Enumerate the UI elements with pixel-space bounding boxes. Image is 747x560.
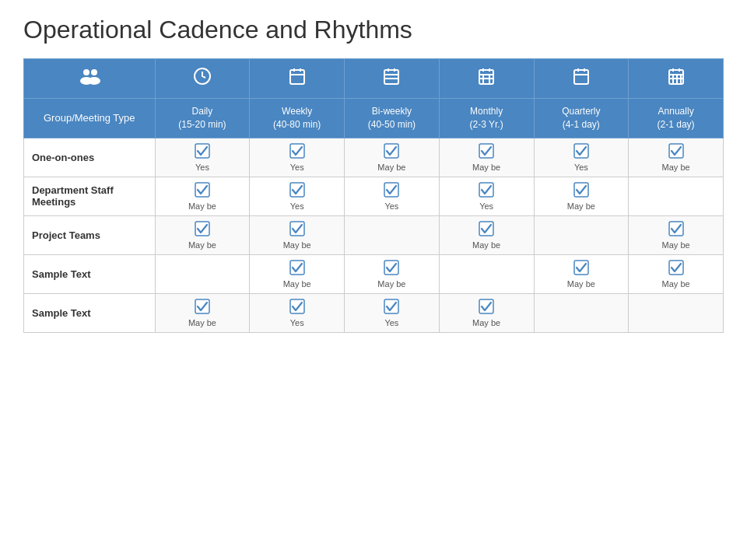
- checkbox-icon-0-annually: [668, 143, 684, 161]
- table-row: One-on-ones Yes Yes May be May be Yes Ma…: [24, 138, 724, 177]
- cell-label-0-weekly: Yes: [290, 163, 304, 172]
- icon-header-group: [24, 59, 156, 99]
- cell-3-monthly: [439, 254, 534, 293]
- cell-4-group: Sample Text: [24, 293, 156, 332]
- svg-point-3: [88, 77, 100, 85]
- cell-label-4-biweekly: Yes: [384, 318, 398, 327]
- svg-rect-21: [574, 70, 588, 84]
- cell-2-annually: May be: [629, 215, 724, 254]
- checkbox-icon-2-weekly: [289, 221, 305, 239]
- cell-4-biweekly: Yes: [345, 293, 440, 332]
- checkbox-icon-4-monthly: [479, 299, 494, 317]
- table-row: Project Teams May be May be May be May b…: [24, 215, 724, 254]
- label-header-annually: Annually(2-1 day): [629, 99, 724, 138]
- table-row: Sample Text May be Yes Yes May be: [24, 293, 724, 332]
- cell-2-daily: May be: [155, 215, 250, 254]
- checkbox-icon-1-daily: [195, 182, 210, 200]
- cell-1-monthly: Yes: [439, 177, 534, 215]
- cell-3-group: Sample Text: [24, 254, 156, 293]
- cell-2-quarterly: [534, 215, 629, 254]
- cell-3-weekly: May be: [250, 254, 345, 293]
- icon-header-quarterly: [534, 59, 629, 99]
- icon-header-annually: [629, 59, 724, 99]
- cell-label-0-daily: Yes: [195, 163, 209, 172]
- table-row: Sample Text May be May be May be May be: [24, 254, 724, 293]
- label-header-row: Group/Meeting TypeDaily(15-20 min)Weekly…: [24, 99, 724, 138]
- cell-label-1-biweekly: Yes: [384, 201, 398, 211]
- page-title: Operational Cadence and Rhythms: [23, 16, 724, 44]
- cell-label-2-weekly: May be: [283, 240, 311, 250]
- cell-3-daily: [155, 254, 250, 293]
- checkbox-icon-3-weekly: [289, 260, 305, 278]
- checkbox-icon-3-annually: [668, 260, 684, 278]
- cell-1-biweekly: Yes: [345, 177, 440, 215]
- label-header-monthly: Monthly(2-3 Yr.): [439, 99, 534, 138]
- cell-label-4-monthly: May be: [472, 318, 500, 327]
- cell-label-1-weekly: Yes: [290, 201, 304, 211]
- cell-1-group: Department Staff Meetings: [24, 177, 156, 215]
- cell-2-weekly: May be: [250, 215, 345, 254]
- icon-header-daily: [155, 59, 250, 99]
- checkbox-icon-0-weekly: [289, 143, 305, 161]
- cell-label-3-annually: May be: [662, 279, 690, 289]
- cell-label-1-daily: May be: [188, 201, 216, 211]
- checkbox-icon-3-quarterly: [573, 260, 589, 278]
- cell-label-0-annually: May be: [662, 163, 690, 172]
- cell-label-2-monthly: May be: [472, 240, 500, 250]
- cell-label-0-biweekly: May be: [377, 163, 405, 172]
- checkbox-icon-1-biweekly: [384, 182, 399, 200]
- cell-2-monthly: May be: [439, 215, 534, 254]
- cell-2-group: Project Teams: [24, 215, 156, 254]
- cell-label-3-biweekly: May be: [377, 279, 405, 289]
- icon-header-biweekly: [345, 59, 440, 99]
- cell-3-annually: May be: [629, 254, 724, 293]
- icon-header-weekly: [250, 59, 345, 99]
- cell-label-4-daily: May be: [188, 318, 216, 327]
- cell-4-monthly: May be: [439, 293, 534, 332]
- cell-4-quarterly: [534, 293, 629, 332]
- checkbox-icon-1-monthly: [479, 182, 494, 200]
- checkbox-icon-1-quarterly: [573, 182, 589, 200]
- checkbox-icon-4-daily: [195, 299, 210, 317]
- checkbox-icon-0-monthly: [479, 143, 494, 161]
- checkbox-icon-2-annually: [668, 221, 684, 239]
- cell-label-3-weekly: May be: [283, 279, 311, 289]
- cell-4-weekly: Yes: [250, 293, 345, 332]
- icon-header-row: [24, 59, 724, 99]
- label-header-quarterly: Quarterly(4-1 day): [534, 99, 629, 138]
- checkbox-icon-2-monthly: [479, 221, 494, 239]
- cell-label-0-monthly: May be: [472, 163, 500, 172]
- checkbox-icon-4-weekly: [289, 299, 305, 317]
- cadence-table: Group/Meeting TypeDaily(15-20 min)Weekly…: [23, 58, 724, 333]
- cell-0-annually: May be: [629, 138, 724, 177]
- cell-0-biweekly: May be: [345, 138, 440, 177]
- cell-1-quarterly: May be: [534, 177, 629, 215]
- cell-label-2-daily: May be: [188, 240, 216, 250]
- label-header-daily: Daily(15-20 min): [155, 99, 250, 138]
- checkbox-icon-2-daily: [195, 221, 210, 239]
- cell-0-monthly: May be: [439, 138, 534, 177]
- cell-label-1-quarterly: May be: [567, 201, 595, 211]
- cell-label-0-quarterly: Yes: [574, 163, 588, 172]
- cell-1-annually: [629, 177, 724, 215]
- label-header-weekly: Weekly(40-80 min): [250, 99, 345, 138]
- cell-label-3-quarterly: May be: [567, 279, 595, 289]
- cell-3-biweekly: May be: [345, 254, 440, 293]
- cell-1-weekly: Yes: [250, 177, 345, 215]
- cell-0-quarterly: Yes: [534, 138, 629, 177]
- cell-1-daily: May be: [155, 177, 250, 215]
- svg-point-0: [83, 69, 89, 75]
- label-header-biweekly: Bi-weekly(40-50 min): [345, 99, 440, 138]
- svg-point-1: [91, 69, 97, 75]
- icon-header-monthly: [439, 59, 534, 99]
- svg-rect-9: [384, 70, 398, 84]
- cell-4-daily: May be: [155, 293, 250, 332]
- checkbox-icon-0-daily: [195, 143, 210, 161]
- label-header-group: Group/Meeting Type: [24, 99, 156, 138]
- cell-2-biweekly: [345, 215, 440, 254]
- checkbox-icon-1-weekly: [289, 182, 305, 200]
- table-row: Department Staff Meetings May be Yes Yes…: [24, 177, 724, 215]
- checkbox-icon-0-quarterly: [573, 143, 589, 161]
- cell-3-quarterly: May be: [534, 254, 629, 293]
- cell-label-2-annually: May be: [662, 240, 690, 250]
